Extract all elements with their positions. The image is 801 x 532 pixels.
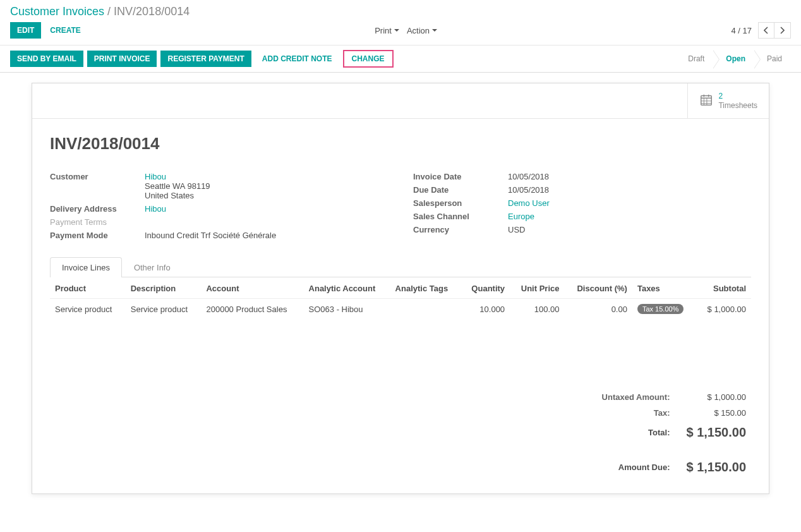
totals-table: Untaxed Amount: $ 1,000.00 Tax: $ 150.00…: [597, 389, 751, 478]
cell-discount: 0.00: [564, 299, 632, 320]
payment-terms-label: Payment Terms: [50, 217, 145, 227]
salesperson-link[interactable]: Demo User: [508, 198, 550, 208]
col-subtotal[interactable]: Subtotal: [696, 277, 751, 299]
customer-address-line2: United States: [145, 191, 388, 200]
cell-product: Service product: [50, 299, 126, 320]
sales-channel-label: Sales Channel: [413, 212, 508, 221]
untaxed-value: $ 1,000.00: [682, 390, 750, 404]
cell-taxes: Tax 15.00%: [632, 299, 696, 320]
timesheets-count: 2: [718, 92, 757, 100]
amount-due-label: Amount Due:: [598, 444, 682, 477]
action-label: Action: [407, 26, 430, 35]
status-step-open[interactable]: Open: [713, 50, 754, 68]
currency-value: USD: [508, 225, 751, 234]
col-account[interactable]: Account: [201, 277, 303, 299]
tax-label: Tax:: [598, 406, 682, 420]
untaxed-label: Untaxed Amount:: [598, 390, 682, 404]
chevron-down-icon: [394, 29, 399, 32]
col-analytic-tags[interactable]: Analytic Tags: [390, 277, 461, 299]
customer-link[interactable]: Hibou: [145, 172, 166, 181]
pager-prev-button[interactable]: [758, 22, 774, 39]
chevron-right-icon: [780, 27, 785, 34]
total-value: $ 1,150.00: [682, 421, 750, 442]
add-credit-note-button[interactable]: Add Credit Note: [255, 51, 339, 67]
calendar-icon: [699, 93, 713, 109]
invoice-date-label: Invoice Date: [413, 172, 508, 181]
invoice-title: INV/2018/0014: [50, 134, 751, 154]
delivery-address-label: Delivery Address: [50, 204, 145, 214]
breadcrumb-current: INV/2018/0014: [114, 5, 190, 18]
total-label: Total:: [598, 421, 682, 442]
status-step-draft[interactable]: Draft: [680, 50, 713, 68]
cell-analytic-tags: [390, 299, 461, 320]
breadcrumb-sep: /: [107, 5, 114, 18]
svg-rect-0: [701, 96, 712, 106]
col-taxes[interactable]: Taxes: [632, 277, 696, 299]
delivery-address-link[interactable]: Hibou: [145, 204, 166, 214]
edit-button[interactable]: Edit: [10, 22, 41, 39]
due-date-label: Due Date: [413, 185, 508, 195]
status-bar: Draft Open Paid: [680, 50, 791, 68]
table-row[interactable]: Service product Service product 200000 P…: [50, 299, 751, 320]
cell-quantity: 10.000: [461, 299, 510, 320]
print-invoice-button[interactable]: Print Invoice: [87, 51, 157, 67]
due-date-value: 10/05/2018: [508, 185, 751, 195]
payment-terms-value: [145, 217, 388, 227]
col-analytic-account[interactable]: Analytic Account: [304, 277, 390, 299]
pager-next-button[interactable]: [774, 22, 791, 39]
customer-address-line1: Seattle WA 98119: [145, 181, 388, 191]
col-unit-price[interactable]: Unit Price: [510, 277, 564, 299]
change-button[interactable]: Change: [343, 50, 394, 68]
tax-badge: Tax 15.00%: [637, 304, 684, 314]
tab-other-info[interactable]: Other Info: [122, 257, 183, 277]
pager-text: 4 / 17: [731, 26, 752, 35]
cell-analytic-account: SO063 - Hibou: [304, 299, 390, 320]
timesheets-label: Timesheets: [718, 101, 757, 110]
col-product[interactable]: Product: [50, 277, 126, 299]
invoice-lines-table: Product Description Account Analytic Acc…: [50, 277, 751, 319]
invoice-date-value: 10/05/2018: [508, 172, 751, 181]
amount-due-value: $ 1,150.00: [682, 444, 750, 477]
print-dropdown[interactable]: Print: [375, 26, 399, 35]
tab-invoice-lines[interactable]: Invoice Lines: [50, 257, 122, 277]
form-sheet: 2 Timesheets INV/2018/0014 Customer Hibo…: [32, 83, 769, 494]
action-dropdown[interactable]: Action: [407, 26, 437, 35]
cell-account: 200000 Product Sales: [201, 299, 303, 320]
cell-description: Service product: [126, 299, 202, 320]
register-payment-button[interactable]: Register Payment: [160, 51, 251, 67]
breadcrumb: Customer Invoices / INV/2018/0014: [10, 5, 190, 18]
salesperson-label: Salesperson: [413, 198, 508, 208]
tax-value: $ 150.00: [682, 406, 750, 420]
chevron-left-icon: [764, 27, 769, 34]
col-description[interactable]: Description: [126, 277, 202, 299]
payment-mode-label: Payment Mode: [50, 231, 145, 240]
col-discount[interactable]: Discount (%): [564, 277, 632, 299]
currency-label: Currency: [413, 225, 508, 234]
create-button[interactable]: Create: [50, 23, 80, 38]
timesheets-stat-button[interactable]: 2 Timesheets: [687, 83, 769, 118]
cell-subtotal: $ 1,000.00: [696, 299, 751, 320]
sales-channel-link[interactable]: Europe: [508, 212, 534, 221]
cell-unit-price: 100.00: [510, 299, 564, 320]
print-label: Print: [375, 26, 392, 35]
payment-mode-value: Inbound Credit Trf Société Générale: [145, 231, 388, 240]
customer-label: Customer: [50, 172, 145, 200]
send-by-email-button[interactable]: Send by Email: [10, 51, 83, 67]
breadcrumb-root-link[interactable]: Customer Invoices: [10, 5, 104, 18]
col-quantity[interactable]: Quantity: [461, 277, 510, 299]
chevron-down-icon: [432, 29, 437, 32]
